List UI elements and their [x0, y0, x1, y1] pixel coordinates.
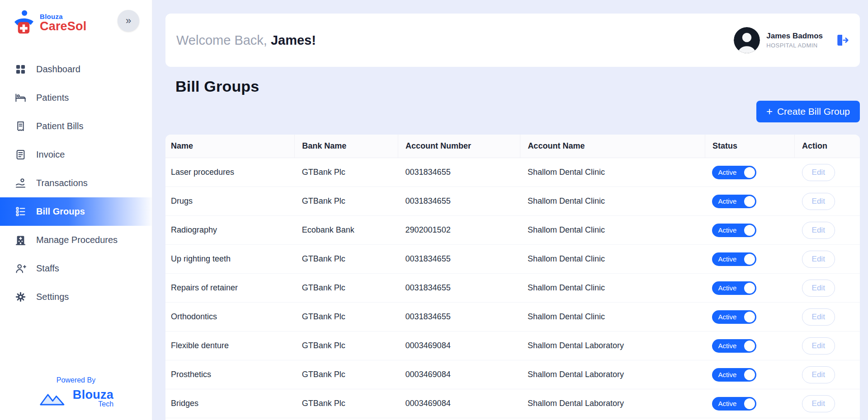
- cell-account-number: 0003469084: [398, 360, 520, 389]
- cell-action: Edit: [795, 389, 860, 418]
- status-toggle[interactable]: Active: [712, 252, 756, 266]
- user-name: James Badmos: [766, 32, 823, 41]
- toggle-knob: [744, 283, 755, 294]
- checklist-icon: [14, 205, 27, 218]
- create-bill-group-button[interactable]: + Create Bill Group: [756, 101, 860, 122]
- edit-button[interactable]: Edit: [802, 251, 835, 268]
- user-plus-icon: [14, 262, 27, 275]
- powered-by-label: Powered By: [57, 376, 95, 384]
- sidebar-item-label: Manage Procedures: [36, 235, 118, 245]
- sidebar-menu: Dashboard Patients Patient Bills: [0, 55, 152, 311]
- table-row: Orthodontics GTBank Plc 0031834655 Shall…: [165, 303, 860, 331]
- edit-button[interactable]: Edit: [802, 164, 835, 181]
- table-row: Laser procedures GTBank Plc 0031834655 S…: [165, 158, 860, 187]
- create-bill-group-label: Create Bill Group: [777, 106, 850, 117]
- sidebar-item-invoice[interactable]: Invoice: [0, 140, 152, 169]
- status-toggle[interactable]: Active: [712, 281, 756, 295]
- sidebar-collapse-button[interactable]: »: [118, 10, 139, 32]
- table-row: Repairs of retainer GTBank Plc 003183465…: [165, 274, 860, 303]
- cell-name: Bridges: [165, 389, 295, 418]
- status-toggle-label: Active: [718, 400, 736, 407]
- sidebar-item-staffs[interactable]: Staffs: [0, 254, 152, 283]
- cell-account-number: 0031834655: [398, 187, 520, 216]
- bill-groups-table-card: Name Bank Name Account Number Account Na…: [165, 135, 860, 420]
- cell-action: Edit: [795, 187, 860, 216]
- cell-action: Edit: [795, 274, 860, 303]
- grid-icon: [14, 63, 27, 76]
- edit-button[interactable]: Edit: [802, 337, 835, 355]
- cell-name: Drugs: [165, 187, 295, 216]
- status-toggle[interactable]: Active: [712, 397, 756, 411]
- status-toggle-label: Active: [718, 313, 736, 321]
- hand-coin-icon: [14, 177, 27, 190]
- cell-account-name: Shallom Dental Clinic: [520, 216, 705, 245]
- toggle-knob: [744, 254, 755, 265]
- cell-account-number: 0031834655: [398, 303, 520, 331]
- welcome-name: James!: [271, 33, 316, 47]
- cell-account-number: 0031834655: [398, 245, 520, 274]
- sidebar-item-patient-bills[interactable]: Patient Bills: [0, 112, 152, 140]
- app-logo: Blouza CareSol: [11, 9, 86, 37]
- sidebar-item-patients[interactable]: Patients: [0, 84, 152, 112]
- sidebar-item-settings[interactable]: Settings: [0, 283, 152, 311]
- cell-name: Up righting teeth: [165, 245, 295, 274]
- avatar[interactable]: [734, 27, 760, 53]
- sidebar-item-bill-groups[interactable]: Bill Groups: [0, 197, 152, 226]
- sidebar-item-manage-procedures[interactable]: Manage Procedures: [0, 226, 152, 254]
- main-content: Welcome Back,James! James Badmos HOSPITA…: [152, 0, 868, 420]
- sidebar-item-label: Invoice: [36, 149, 65, 160]
- bill-groups-table: Name Bank Name Account Number Account Na…: [165, 135, 860, 418]
- cell-status: Active: [705, 274, 794, 303]
- status-toggle[interactable]: Active: [712, 339, 756, 353]
- cell-bank-name: GTBank Plc: [295, 158, 398, 187]
- cell-account-name: Shallom Dental Clinic: [520, 303, 705, 331]
- edit-button[interactable]: Edit: [802, 280, 835, 297]
- cell-action: Edit: [795, 216, 860, 245]
- table-body: Laser procedures GTBank Plc 0031834655 S…: [165, 158, 860, 418]
- sidebar-item-label: Patients: [36, 93, 69, 103]
- status-toggle-label: Active: [718, 197, 736, 205]
- cell-account-number: 0031834655: [398, 274, 520, 303]
- status-toggle-label: Active: [718, 255, 736, 263]
- cell-account-name: Shallom Dental Laboratory: [520, 331, 705, 360]
- cell-account-number: 2902001502: [398, 216, 520, 245]
- table-row: Prosthetics GTBank Plc 0003469084 Shallo…: [165, 360, 860, 389]
- status-toggle-label: Active: [718, 284, 736, 292]
- cell-account-number: 0031834655: [398, 158, 520, 187]
- edit-button[interactable]: Edit: [802, 366, 835, 383]
- cell-account-name: Shallom Dental Clinic: [520, 187, 705, 216]
- table-row: Bridges GTBank Plc 0003469084 Shallom De…: [165, 389, 860, 418]
- cell-name: Prosthetics: [165, 360, 295, 389]
- hospital-icon: [14, 234, 27, 247]
- sidebar-item-transactions[interactable]: Transactions: [0, 169, 152, 197]
- cell-status: Active: [705, 389, 794, 418]
- toggle-knob: [744, 398, 755, 409]
- toggle-knob: [744, 196, 755, 207]
- user-role: HOSPITAL ADMIN: [766, 42, 823, 49]
- cell-bank-name: Ecobank Bank: [295, 216, 398, 245]
- cell-action: Edit: [795, 303, 860, 331]
- cell-bank-name: GTBank Plc: [295, 389, 398, 418]
- edit-button[interactable]: Edit: [802, 193, 835, 210]
- cell-name: Repairs of retainer: [165, 274, 295, 303]
- status-toggle-label: Active: [718, 226, 736, 234]
- cell-status: Active: [705, 216, 794, 245]
- status-toggle[interactable]: Active: [712, 224, 756, 237]
- sidebar-item-dashboard[interactable]: Dashboard: [0, 55, 152, 84]
- cell-bank-name: GTBank Plc: [295, 245, 398, 274]
- user-block: James Badmos HOSPITAL ADMIN: [734, 27, 850, 53]
- caresol-logo-icon: [11, 9, 37, 37]
- cell-bank-name: GTBank Plc: [295, 331, 398, 360]
- status-toggle[interactable]: Active: [712, 166, 756, 179]
- status-toggle[interactable]: Active: [712, 195, 756, 208]
- status-toggle[interactable]: Active: [712, 368, 756, 382]
- patient-bed-icon: [14, 92, 27, 104]
- column-header-status: Status: [705, 135, 794, 158]
- edit-button[interactable]: Edit: [802, 222, 835, 239]
- cell-account-number: 0003469084: [398, 331, 520, 360]
- edit-button[interactable]: Edit: [802, 395, 835, 412]
- status-toggle[interactable]: Active: [712, 310, 756, 324]
- logout-icon[interactable]: [835, 33, 850, 48]
- edit-button[interactable]: Edit: [802, 308, 835, 326]
- toggle-knob: [744, 225, 755, 236]
